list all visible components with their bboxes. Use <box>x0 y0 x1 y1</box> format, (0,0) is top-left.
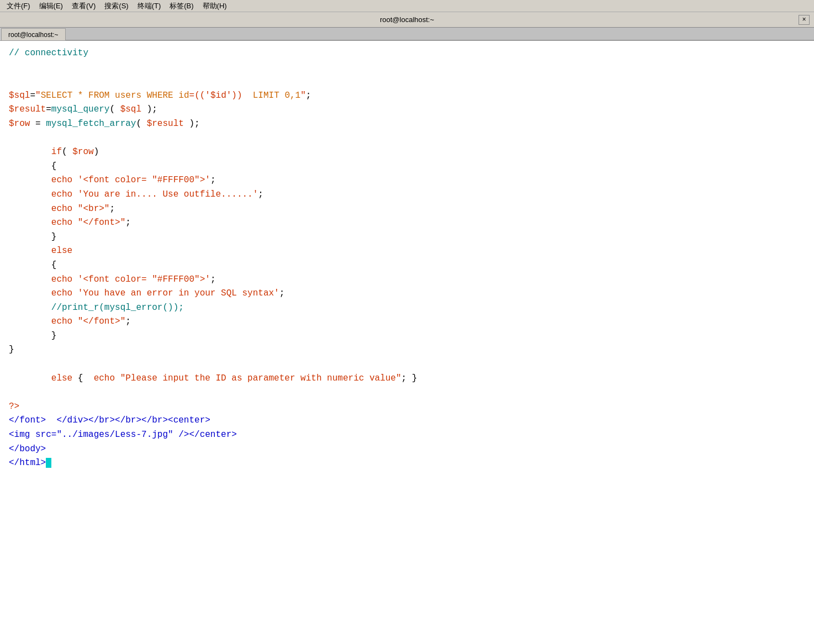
menu-bar: 文件(F) 编辑(E) 查看(V) 搜索(S) 终端(T) 标签(B) 帮助(H… <box>0 0 814 12</box>
menu-view[interactable]: 查看(V) <box>67 0 100 12</box>
window-title: root@localhost:~ <box>380 15 434 24</box>
code-editor[interactable]: // connectivity $sql="SELECT * FROM user… <box>0 41 814 644</box>
title-bar: root@localhost:~ × <box>0 12 814 28</box>
tab-bar: root@localhost:~ <box>0 28 814 41</box>
code-content: // connectivity $sql="SELECT * FROM user… <box>9 46 805 471</box>
window-wrapper: 文件(F) 编辑(E) 查看(V) 搜索(S) 终端(T) 标签(B) 帮助(H… <box>0 0 814 644</box>
menu-help[interactable]: 帮助(H) <box>198 0 231 12</box>
menu-tabs[interactable]: 标签(B) <box>165 0 198 12</box>
menu-file[interactable]: 文件(F) <box>2 0 35 12</box>
menu-terminal[interactable]: 终端(T) <box>133 0 166 12</box>
tab-label: root@localhost:~ <box>8 31 59 39</box>
menu-search[interactable]: 搜索(S) <box>100 0 133 12</box>
tab-active[interactable]: root@localhost:~ <box>1 28 66 40</box>
close-button[interactable]: × <box>799 15 810 25</box>
menu-edit[interactable]: 编辑(E) <box>35 0 67 12</box>
